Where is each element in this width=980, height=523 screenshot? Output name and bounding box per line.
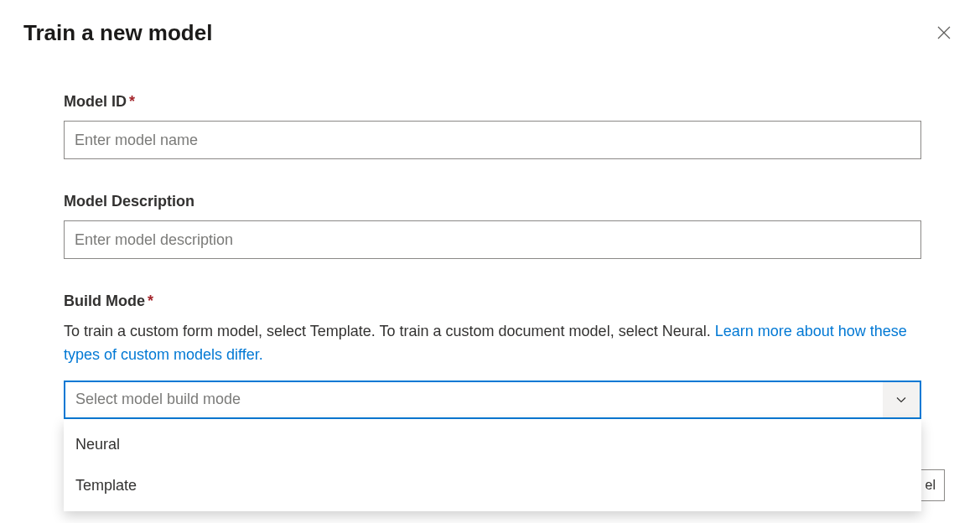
help-text-pre: To train a custom form model, select Tem… — [64, 323, 715, 339]
dialog-header: Train a new model — [23, 20, 957, 93]
label-text: Model ID — [64, 93, 127, 110]
option-template[interactable]: Template — [64, 465, 921, 506]
option-neural[interactable]: Neural — [64, 424, 921, 465]
label-text: Model Description — [64, 193, 194, 210]
chevron-down-icon — [895, 394, 907, 406]
build-mode-label: Build Mode* — [64, 293, 921, 310]
form-body: Model ID* Model Description Build Mode* … — [23, 93, 957, 419]
combobox-placeholder: Select model build mode — [65, 391, 883, 408]
field-model-description: Model Description — [64, 193, 921, 259]
close-icon — [936, 25, 951, 40]
combobox-caret-button[interactable] — [883, 382, 920, 417]
build-mode-combobox[interactable]: Select model build mode — [64, 381, 921, 419]
build-mode-dropdown: Neural Template — [64, 419, 921, 511]
required-mark: * — [129, 93, 135, 110]
build-mode-combobox-wrapper: Select model build mode Neural Template — [64, 381, 921, 419]
build-mode-help-text: To train a custom form model, select Tem… — [64, 320, 921, 367]
field-model-id: Model ID* — [64, 93, 921, 159]
field-build-mode: Build Mode* To train a custom form model… — [64, 293, 921, 419]
required-mark: * — [148, 293, 153, 309]
footer-button-partial[interactable]: el — [918, 469, 945, 501]
train-model-dialog: Train a new model Model ID* Model Descri… — [0, 0, 980, 439]
close-button[interactable] — [931, 20, 957, 47]
dialog-title: Train a new model — [23, 20, 212, 46]
label-text: Build Mode — [64, 293, 145, 309]
model-id-input[interactable] — [64, 121, 921, 159]
model-description-label: Model Description — [64, 193, 921, 210]
model-id-label: Model ID* — [64, 93, 921, 111]
model-description-input[interactable] — [64, 220, 921, 259]
